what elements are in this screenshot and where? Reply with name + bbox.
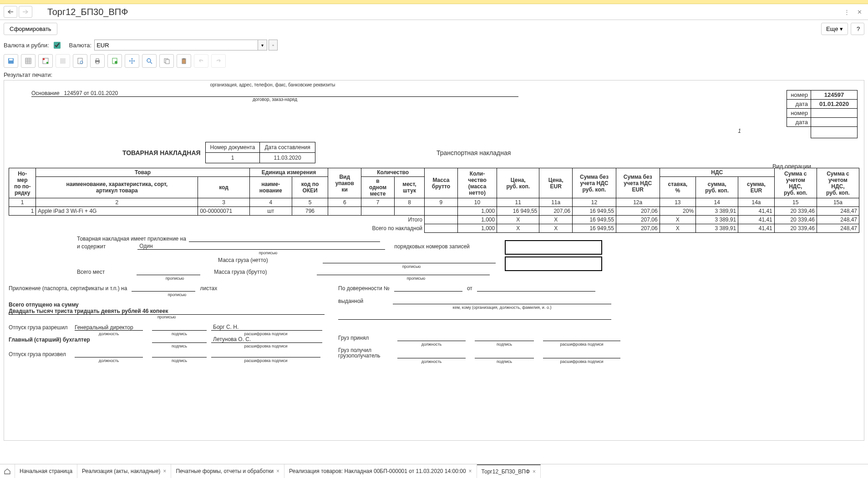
basis-label: Основание	[31, 90, 60, 96]
tab-4[interactable]: Торг12_БП30_ВПФ×	[477, 464, 541, 478]
preview-icon[interactable]	[73, 54, 87, 68]
svg-point-18	[147, 59, 151, 62]
more-button[interactable]: Еще ▾	[821, 23, 848, 35]
menu-dots-icon[interactable]: ⋮	[842, 7, 852, 17]
yellow-topbar	[0, 0, 868, 4]
home-tab-icon[interactable]	[0, 464, 15, 478]
help-button[interactable]: ?	[851, 23, 864, 35]
tab-label: Реализация (акты, накладные)	[82, 468, 160, 474]
preview-area[interactable]: организация, адрес, телефон, факс, банко…	[4, 80, 864, 441]
tab-2[interactable]: Печатные формы, отчеты и обработки×	[171, 464, 284, 478]
page-setup-icon[interactable]	[107, 54, 122, 68]
print-icon[interactable]	[90, 54, 105, 68]
currency-label: Валюта:	[69, 42, 92, 49]
svg-rect-1	[9, 59, 13, 60]
tab-3[interactable]: Реализация товаров: Накладная 00БП-00000…	[284, 464, 477, 478]
op-label: Вид операции	[772, 163, 811, 170]
undo-icon[interactable]	[194, 54, 208, 68]
currency-input[interactable]	[94, 40, 258, 50]
tab-0[interactable]: Начальная страница	[15, 464, 77, 478]
doc-num-table: Номер документаДата составления 111.03.2…	[205, 142, 315, 163]
table-row: 1Apple iPad 3 Wi-Fi + 4G00-00000071шт796…	[9, 207, 859, 216]
tab-close-icon[interactable]: ×	[469, 468, 472, 474]
svg-line-19	[150, 62, 152, 64]
mass-net-box	[505, 240, 602, 255]
grid-icon[interactable]	[21, 54, 36, 68]
tab-label: Реализация товаров: Накладная 00БП-00000…	[289, 468, 466, 474]
tab-close-icon[interactable]: ×	[163, 468, 166, 474]
currency-dropdown-button[interactable]: ▾	[258, 40, 267, 50]
params-row: Валюта и рубли: Валюта: ▾ ▫	[0, 38, 868, 52]
main-table: Но- мер по по- рядку Товар Единица измер…	[9, 168, 859, 233]
save-icon[interactable]	[4, 54, 18, 68]
print-toolbar	[0, 52, 868, 70]
tab-close-icon[interactable]: ×	[533, 468, 536, 475]
result-label: Результат печати:	[0, 70, 868, 80]
basis-value: 124597 от 01.01.2020	[64, 90, 118, 96]
forward-button[interactable]	[19, 6, 32, 18]
close-icon[interactable]: ✕	[854, 7, 864, 17]
search-icon[interactable]	[142, 54, 157, 68]
page-title: Торг12_БП30_ВПФ	[47, 7, 128, 17]
tab-close-icon[interactable]: ×	[276, 468, 279, 474]
redo-icon[interactable]	[211, 54, 226, 68]
svg-rect-15	[96, 62, 99, 64]
svg-rect-9	[46, 62, 48, 64]
paste-icon[interactable]	[177, 54, 191, 68]
doc-number-box: номер124597 дата01.01.2020 номер дата	[787, 90, 858, 138]
org-caption: организация, адрес, телефон, факс, банко…	[136, 82, 409, 87]
svg-rect-21	[166, 60, 169, 64]
tab-1[interactable]: Реализация (акты, накладные)×	[77, 464, 171, 478]
header-row: Торг12_БП30_ВПФ ⋮ ✕	[0, 4, 868, 20]
grid-color-icon[interactable]	[38, 54, 53, 68]
command-bar: Сформировать Еще ▾ ?	[0, 20, 868, 38]
svg-rect-23	[183, 58, 185, 60]
chevron-down-icon: ▾	[840, 25, 843, 32]
svg-rect-8	[43, 58, 45, 60]
move-icon[interactable]	[125, 54, 139, 68]
doc-title: ТОВАРНАЯ НАКЛАДНАЯ	[122, 149, 201, 156]
transport-label: Транспортная накладная	[437, 149, 511, 156]
tab-label: Торг12_БП30_ВПФ	[482, 468, 530, 475]
tabs-bar: Начальная страницаРеализация (акты, накл…	[0, 464, 868, 478]
page-number: 1	[738, 128, 741, 134]
svg-rect-14	[96, 59, 99, 60]
contract-caption: договор, заказ-наряд	[31, 97, 518, 102]
currency-open-button[interactable]: ▫	[269, 40, 278, 50]
currency-rubles-label: Валюта и рубли:	[4, 42, 49, 49]
tab-label: Печатные формы, отчеты и обработки	[176, 468, 274, 474]
table-icon[interactable]	[56, 54, 70, 68]
back-button[interactable]	[4, 6, 17, 18]
copy-icon[interactable]	[159, 54, 174, 68]
svg-rect-10	[60, 58, 66, 64]
form-button[interactable]: Сформировать	[4, 23, 57, 35]
svg-rect-2	[25, 58, 31, 64]
tab-label: Начальная страница	[20, 468, 72, 474]
currency-rubles-checkbox[interactable]	[54, 42, 61, 49]
svg-point-17	[115, 61, 117, 64]
mass-gross-box	[505, 257, 602, 271]
